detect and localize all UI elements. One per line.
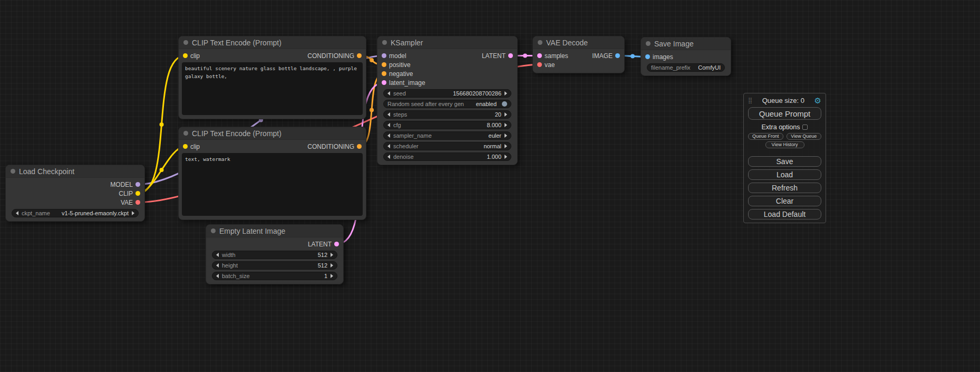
view-history-button[interactable]: View History <box>765 141 804 148</box>
next-arrow-icon[interactable] <box>504 144 507 148</box>
increment-arrow-icon[interactable] <box>504 112 507 117</box>
node-vae-decode[interactable]: VAE Decode samples IMAGE vae <box>532 36 625 73</box>
conditioning-slot-dot[interactable] <box>382 62 386 67</box>
queue-front-button[interactable]: Queue Front <box>748 133 783 140</box>
node-title: CLIP Text Encode (Prompt) <box>192 129 282 138</box>
output-label: VAE <box>121 199 133 206</box>
clear-button[interactable]: Clear <box>748 196 821 206</box>
widget-height[interactable]: height 512 <box>212 261 337 270</box>
toggle-dot-icon[interactable] <box>502 101 507 107</box>
decrement-arrow-icon[interactable] <box>387 112 390 117</box>
decrement-arrow-icon[interactable] <box>387 155 390 159</box>
collapse-dot-icon[interactable] <box>646 41 651 46</box>
image-slot-dot[interactable] <box>615 53 620 58</box>
image-slot-dot[interactable] <box>645 54 650 59</box>
collapse-dot-icon[interactable] <box>183 131 188 136</box>
node-title-bar[interactable]: VAE Decode <box>533 36 624 49</box>
vae-slot-dot[interactable] <box>537 62 542 67</box>
latent-slot-dot[interactable] <box>334 242 339 246</box>
increment-arrow-icon[interactable] <box>504 155 507 159</box>
increment-arrow-icon[interactable] <box>331 274 333 278</box>
decrement-arrow-icon[interactable] <box>216 274 219 278</box>
view-queue-button[interactable]: View Queue <box>787 133 822 140</box>
latent-slot-dot[interactable] <box>537 53 542 58</box>
widget-sampler-name[interactable]: sampler_name euler <box>383 131 511 140</box>
decrement-arrow-icon[interactable] <box>216 253 219 257</box>
widget-width[interactable]: width 512 <box>212 251 337 259</box>
node-empty-latent-image[interactable]: Empty Latent Image LATENT width 512 heig… <box>206 224 344 284</box>
widget-random-seed-toggle[interactable]: Random seed after every gen enabled <box>383 100 511 108</box>
clip-slot-dot[interactable] <box>135 191 140 196</box>
increment-arrow-icon[interactable] <box>504 123 507 127</box>
clip-slot-dot[interactable] <box>183 144 188 149</box>
widget-batch-size[interactable]: batch_size 1 <box>212 272 337 280</box>
extra-options-checkbox[interactable] <box>802 125 808 130</box>
collapse-dot-icon[interactable] <box>211 228 216 233</box>
node-title-bar[interactable]: CLIP Text Encode (Prompt) <box>179 36 366 49</box>
prev-arrow-icon[interactable] <box>387 133 390 138</box>
vae-slot-dot[interactable] <box>135 200 140 205</box>
conditioning-slot-dot[interactable] <box>357 144 362 149</box>
widget-steps[interactable]: steps 20 <box>383 110 511 119</box>
save-button[interactable]: Save <box>748 156 821 167</box>
node-title-bar[interactable]: KSampler <box>377 36 517 49</box>
slot-row: positive <box>377 60 517 69</box>
load-button[interactable]: Load <box>748 169 821 180</box>
positive-prompt-textarea[interactable]: beautiful scenery nature glass bottle la… <box>182 62 363 115</box>
widget-ckpt-name[interactable]: ckpt_name v1-5-pruned-emaonly.ckpt <box>12 209 139 217</box>
collapse-dot-icon[interactable] <box>183 40 188 45</box>
output-slot-model: MODEL <box>110 180 144 189</box>
node-clip-text-encode-negative[interactable]: CLIP Text Encode (Prompt) clip CONDITION… <box>178 127 366 220</box>
prev-arrow-icon[interactable] <box>387 144 390 148</box>
increment-arrow-icon[interactable] <box>504 91 507 96</box>
decrement-arrow-icon[interactable] <box>387 91 390 96</box>
node-ksampler[interactable]: KSampler model LATENT positive <box>377 36 518 165</box>
increment-arrow-icon[interactable] <box>331 253 333 257</box>
node-body: clip CONDITIONING beautiful scenery natu… <box>179 49 366 119</box>
next-arrow-icon[interactable] <box>132 211 134 215</box>
latent-slot-dot[interactable] <box>508 53 513 58</box>
node-load-checkpoint[interactable]: Load Checkpoint MODEL CLIP VAE <box>5 165 145 222</box>
negative-prompt-textarea[interactable]: text, watermark <box>182 153 363 216</box>
next-arrow-icon[interactable] <box>504 133 507 138</box>
widget-label: Random seed after every gen <box>387 101 464 107</box>
node-save-image[interactable]: Save Image images filename_prefix ComfyU… <box>641 37 731 76</box>
node-body: samples IMAGE vae <box>533 49 624 73</box>
increment-arrow-icon[interactable] <box>331 263 333 268</box>
graph-canvas[interactable]: Load Checkpoint MODEL CLIP VAE <box>0 0 980 372</box>
collapse-dot-icon[interactable] <box>11 169 15 174</box>
widget-denoise[interactable]: denoise 1.000 <box>383 152 511 161</box>
node-title-bar[interactable]: CLIP Text Encode (Prompt) <box>179 127 366 140</box>
node-clip-text-encode-positive[interactable]: CLIP Text Encode (Prompt) clip CONDITION… <box>178 36 366 119</box>
queue-prompt-button[interactable]: Queue Prompt <box>748 107 821 120</box>
load-default-button[interactable]: Load Default <box>748 209 821 220</box>
widget-filename-prefix[interactable]: filename_prefix ComfyUI <box>647 63 725 72</box>
input-slot-negative: negative <box>377 69 413 78</box>
decrement-arrow-icon[interactable] <box>216 263 219 268</box>
node-title-bar[interactable]: Empty Latent Image <box>206 225 343 237</box>
conditioning-slot-dot[interactable] <box>357 53 362 58</box>
model-slot-dot[interactable] <box>135 182 140 187</box>
widget-value: 8.000 <box>487 122 501 128</box>
collapse-dot-icon[interactable] <box>538 40 542 45</box>
refresh-button[interactable]: Refresh <box>748 183 821 193</box>
widget-scheduler[interactable]: scheduler normal <box>383 142 511 150</box>
widget-cfg[interactable]: cfg 8.000 <box>383 121 511 129</box>
input-label: latent_image <box>389 79 425 87</box>
collapse-dot-icon[interactable] <box>382 40 387 45</box>
widget-label: sampler_name <box>393 132 432 139</box>
model-slot-dot[interactable] <box>382 53 386 58</box>
conditioning-slot-dot[interactable] <box>382 71 386 76</box>
clip-slot-dot[interactable] <box>183 53 188 58</box>
drag-handle-icon[interactable]: ⣿ <box>748 98 752 103</box>
settings-gear-icon[interactable]: ⚙ <box>814 97 821 104</box>
slot-row: images <box>641 52 731 61</box>
latent-slot-dot[interactable] <box>382 80 386 85</box>
widget-seed[interactable]: seed 156680208700286 <box>383 89 511 98</box>
node-title-bar[interactable]: Save Image <box>641 37 731 50</box>
prev-arrow-icon[interactable] <box>16 211 18 215</box>
slot-row: LATENT <box>206 240 343 249</box>
slot-row: samples IMAGE <box>533 51 624 60</box>
decrement-arrow-icon[interactable] <box>387 123 390 127</box>
node-title-bar[interactable]: Load Checkpoint <box>6 165 144 178</box>
